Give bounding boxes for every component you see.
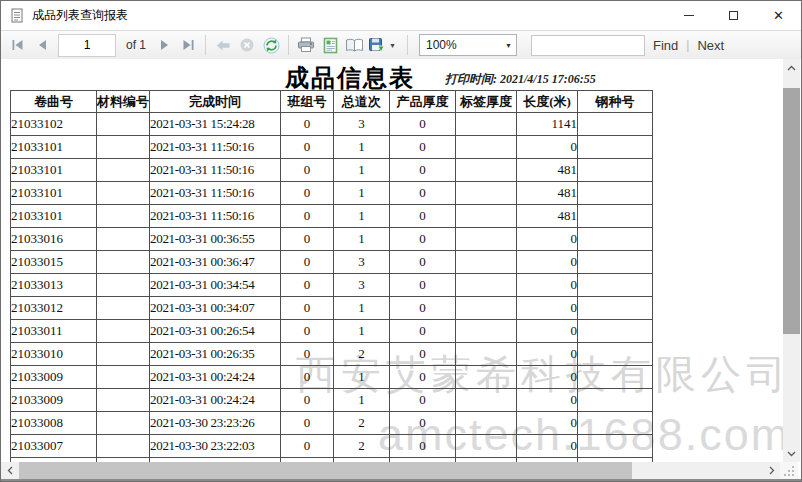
scroll-right-button[interactable] [763,462,780,479]
page-number-input[interactable] [58,34,116,57]
table-cell [97,159,150,182]
table-cell: 0 [390,435,456,458]
table-cell: 0 [390,458,456,463]
report-title: 成品信息表 [285,62,415,94]
table-cell: 21033101 [11,205,97,228]
table-cell: 0 [390,113,456,136]
table-cell: 2021-03-30 23:12:16 [150,458,281,463]
horizontal-scrollbar[interactable] [1,462,780,479]
print-button[interactable] [294,33,318,57]
close-button[interactable]: ✕ [756,1,801,30]
refresh-icon [263,37,280,54]
print-layout-button[interactable] [318,33,342,57]
table-cell [578,228,653,251]
report-content-area: 西安艾蒙希科技有限公司 amctech.1688.com 成品信息表 打印时间:… [1,59,801,462]
window-controls: ✕ [666,1,801,30]
table-cell [578,435,653,458]
table-row: 210330082021-03-30 23:23:260200 [11,412,653,435]
horizontal-scroll-thumb[interactable] [19,462,632,479]
table-cell: 21033013 [11,274,97,297]
refresh-button[interactable] [259,33,283,57]
scroll-left-button[interactable] [1,462,18,479]
table-cell: 481 [517,182,578,205]
chevron-left-icon [7,466,13,475]
table-row: 210330092021-03-31 00:24:240100 [11,366,653,389]
maximize-icon [729,11,738,20]
table-cell [97,458,150,463]
document-icon [10,8,24,23]
page-count-label: of 1 [126,38,146,52]
table-row: 210331012021-03-31 11:50:16010481 [11,205,653,228]
previous-page-button[interactable] [30,33,54,57]
table-cell: 0 [390,274,456,297]
table-cell: 0 [390,136,456,159]
column-header: 材料编号 [97,91,150,113]
table-cell [97,320,150,343]
find-next-separator: | [686,38,689,52]
resize-grip[interactable] [780,462,798,479]
find-input[interactable] [531,35,645,56]
zoom-select[interactable]: 100% ▼ [419,34,517,56]
table-cell: 21033016 [11,228,97,251]
table-cell: 0 [281,320,334,343]
table-row: 210330162021-03-31 00:36:550100 [11,228,653,251]
scroll-up-button[interactable] [783,59,800,76]
report-table: 卷曲号材料编号完成时间班组号总道次产品厚度标签厚度长度(米)钢种号 210331… [10,90,653,462]
table-cell [578,136,653,159]
table-cell [97,251,150,274]
table-cell: 2 [334,412,390,435]
page-setup-button[interactable] [342,33,366,57]
table-cell [578,274,653,297]
table-cell: 1 [334,205,390,228]
table-cell: 0 [517,274,578,297]
minimize-button[interactable] [666,1,711,30]
toolbar-separator [288,35,289,55]
vertical-scrollbar[interactable] [783,59,800,462]
report-viewer-window: 成品列表查询报表 ✕ of 1 [0,0,802,482]
export-button[interactable]: ▼ [366,33,402,57]
table-cell [578,412,653,435]
last-page-button[interactable] [176,33,200,57]
stop-button[interactable] [235,33,259,57]
table-cell [97,113,150,136]
table-cell: 1 [334,297,390,320]
find-next-button[interactable]: Next [697,38,724,53]
find-button[interactable]: Find [653,38,678,53]
table-cell: 0 [517,412,578,435]
table-cell: 2021-03-31 00:26:54 [150,320,281,343]
table-row: 210330132021-03-31 00:34:540300 [11,274,653,297]
print-icon [297,37,315,53]
table-cell [97,274,150,297]
table-cell: 0 [390,228,456,251]
table-cell: 21033009 [11,366,97,389]
report-toolbar: of 1 ▼ 100% [1,31,801,60]
table-cell: 2021-03-31 00:34:54 [150,274,281,297]
table-cell: 1 [334,228,390,251]
table-cell [97,412,150,435]
table-cell: 0 [390,320,456,343]
maximize-button[interactable] [711,1,756,30]
minimize-icon [684,15,694,16]
table-cell [456,366,517,389]
last-page-icon [181,39,195,51]
table-cell: 0 [390,343,456,366]
table-cell: 2021-03-31 00:36:55 [150,228,281,251]
first-page-button[interactable] [6,33,30,57]
table-cell [578,389,653,412]
vertical-scroll-thumb[interactable] [783,88,800,334]
zoom-value: 100% [420,38,501,52]
table-cell: 2021-03-31 00:24:24 [150,366,281,389]
table-row: 210331022021-03-31 15:24:280301141 [11,113,653,136]
table-cell: 1 [334,159,390,182]
table-cell [97,136,150,159]
scroll-down-button[interactable] [783,445,800,462]
table-cell [97,435,150,458]
table-cell [456,297,517,320]
back-button[interactable] [211,33,235,57]
table-cell: 1 [334,366,390,389]
next-page-button[interactable] [152,33,176,57]
table-cell [456,113,517,136]
table-cell [97,297,150,320]
table-cell: 0 [517,366,578,389]
table-cell: 0 [281,159,334,182]
